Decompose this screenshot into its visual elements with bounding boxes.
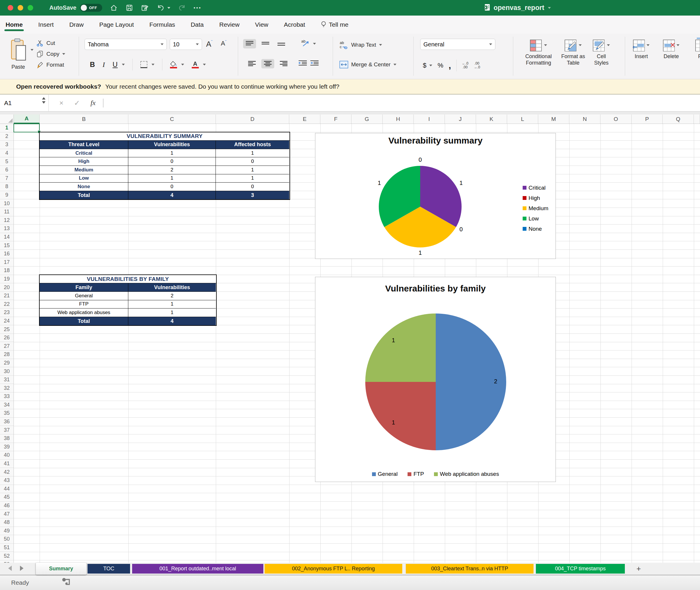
save-icon[interactable] bbox=[125, 4, 133, 12]
row-header-6[interactable]: 6 bbox=[0, 166, 13, 174]
table-total-cell[interactable]: 4 bbox=[128, 317, 216, 325]
legend-item-general[interactable]: General bbox=[372, 471, 398, 478]
delete-cells-button[interactable]: ✕ Delete bbox=[660, 39, 682, 60]
decrease-indent-icon[interactable] bbox=[298, 60, 307, 67]
title-chevron-icon[interactable] bbox=[548, 7, 551, 9]
row-header-51[interactable]: 51 bbox=[0, 544, 13, 552]
table-data-cell[interactable]: 2 bbox=[128, 166, 216, 174]
table-data-cell[interactable]: 1 bbox=[216, 166, 289, 174]
row-header-41[interactable]: 41 bbox=[0, 460, 13, 468]
column-header-A[interactable]: A bbox=[14, 114, 39, 124]
row-header-29[interactable]: 29 bbox=[0, 359, 13, 368]
table-data-cell[interactable]: 1 bbox=[216, 174, 289, 183]
column-header-J[interactable]: J bbox=[445, 114, 476, 123]
recovered-workbooks-banner[interactable]: Open recovered workbooks? Your recent ch… bbox=[0, 79, 700, 95]
table-header-cell[interactable]: Vulnerabilities bbox=[128, 140, 216, 149]
bold-button[interactable]: B bbox=[90, 61, 95, 69]
underline-button[interactable]: U bbox=[112, 61, 117, 69]
fill-color-icon[interactable] bbox=[170, 61, 177, 68]
row-header-33[interactable]: 33 bbox=[0, 392, 13, 401]
prev-sheet-icon[interactable] bbox=[8, 566, 12, 571]
table-total-cell[interactable]: Total bbox=[39, 317, 128, 325]
row-header-12[interactable]: 12 bbox=[0, 216, 13, 225]
row-header-52[interactable]: 52 bbox=[0, 552, 13, 560]
table-data-cell[interactable]: General bbox=[39, 292, 128, 300]
font-color-chevron-icon[interactable] bbox=[203, 64, 206, 66]
redo-icon[interactable] bbox=[178, 4, 186, 12]
comma-format-button[interactable]: , bbox=[449, 61, 451, 71]
row-header-34[interactable]: 34 bbox=[0, 401, 13, 409]
row-header-4[interactable]: 4 bbox=[0, 149, 13, 158]
row-header-19[interactable]: 19 bbox=[0, 275, 13, 284]
legend-item-ftp[interactable]: FTP bbox=[408, 471, 424, 478]
row-header-40[interactable]: 40 bbox=[0, 451, 13, 460]
column-header-P[interactable]: P bbox=[632, 114, 663, 123]
increase-decimal-button[interactable]: ←.0.00 bbox=[462, 62, 468, 69]
next-sheet-icon[interactable] bbox=[20, 566, 23, 571]
row-header-16[interactable]: 16 bbox=[0, 250, 13, 258]
table-data-cell[interactable]: 0 bbox=[216, 183, 289, 191]
minimize-window-button[interactable] bbox=[18, 5, 23, 11]
sheet-tab-summary[interactable]: Summary bbox=[36, 563, 86, 575]
legend-item-web-application-abuses[interactable]: Web application abuses bbox=[434, 471, 499, 478]
table-data-cell[interactable]: High bbox=[39, 157, 128, 166]
undo-icon[interactable] bbox=[157, 4, 165, 12]
ribbon-tab-formulas[interactable]: Formulas bbox=[149, 17, 176, 32]
conditional-formatting-button[interactable]: Conditional Formatting bbox=[519, 39, 558, 66]
home-icon[interactable] bbox=[110, 4, 118, 12]
align-center-button[interactable] bbox=[261, 59, 274, 68]
column-header-C[interactable]: C bbox=[128, 114, 216, 123]
formula-input[interactable] bbox=[103, 95, 700, 111]
legend-item-none[interactable]: None bbox=[523, 224, 548, 234]
align-bottom-button[interactable] bbox=[275, 39, 288, 48]
legend-item-medium[interactable]: Medium bbox=[523, 203, 548, 213]
row-header-9[interactable]: 9 bbox=[0, 191, 13, 200]
legend-item-low[interactable]: Low bbox=[523, 213, 548, 224]
table-data-cell[interactable]: 0 bbox=[128, 157, 216, 166]
row-header-31[interactable]: 31 bbox=[0, 376, 13, 384]
cut-button[interactable]: Cut bbox=[36, 39, 65, 47]
align-middle-button[interactable] bbox=[259, 39, 272, 48]
row-header-28[interactable]: 28 bbox=[0, 351, 13, 359]
row-header-24[interactable]: 24 bbox=[0, 317, 13, 325]
row-header-20[interactable]: 20 bbox=[0, 283, 13, 292]
decrease-font-button[interactable]: Aˇ bbox=[221, 39, 227, 47]
row-header-49[interactable]: 49 bbox=[0, 527, 13, 535]
row-header-45[interactable]: 45 bbox=[0, 493, 13, 502]
row-header-23[interactable]: 23 bbox=[0, 308, 13, 317]
borders-icon[interactable] bbox=[140, 61, 148, 68]
table-data-cell[interactable]: Critical bbox=[39, 149, 128, 158]
table-data-cell[interactable]: Low bbox=[39, 174, 128, 183]
table-data-cell[interactable]: Web application abuses bbox=[39, 308, 128, 317]
row-header-47[interactable]: 47 bbox=[0, 510, 13, 518]
table-header-cell[interactable]: Family bbox=[39, 283, 128, 292]
align-left-button[interactable] bbox=[246, 59, 258, 68]
column-header-B[interactable]: B bbox=[39, 114, 128, 123]
row-header-15[interactable]: 15 bbox=[0, 241, 13, 250]
underline-chevron-icon[interactable] bbox=[122, 64, 125, 66]
table-data-cell[interactable]: Medium bbox=[39, 166, 128, 174]
table-data-cell[interactable]: 0 bbox=[128, 183, 216, 191]
row-header-30[interactable]: 30 bbox=[0, 367, 13, 376]
ribbon-tab-home[interactable]: Home bbox=[5, 17, 23, 32]
row-header-50[interactable]: 50 bbox=[0, 535, 13, 544]
row-header-43[interactable]: 43 bbox=[0, 476, 13, 485]
row-header-14[interactable]: 14 bbox=[0, 233, 13, 241]
row-header-1[interactable]: 1 bbox=[0, 124, 13, 132]
insert-function-icon[interactable]: fx bbox=[90, 99, 95, 107]
font-size-select[interactable]: 10 bbox=[170, 39, 202, 50]
currency-format-button[interactable]: $ bbox=[423, 62, 426, 69]
pie-slice-ftp[interactable] bbox=[365, 382, 436, 450]
table-data-cell[interactable]: None bbox=[39, 183, 128, 191]
row-header-44[interactable]: 44 bbox=[0, 485, 13, 493]
row-header-25[interactable]: 25 bbox=[0, 325, 13, 334]
table-data-cell[interactable]: 1 bbox=[128, 308, 216, 317]
format-cells-button[interactable]: Fo bbox=[690, 39, 700, 60]
row-header-38[interactable]: 38 bbox=[0, 434, 13, 443]
align-right-button[interactable] bbox=[277, 59, 290, 68]
document-title[interactable]: openvas_report bbox=[494, 4, 544, 12]
column-header-M[interactable]: M bbox=[538, 114, 570, 123]
orientation-icon[interactable]: ab bbox=[301, 39, 310, 48]
table-title[interactable]: VULNERABILITIES BY FAMILY bbox=[39, 275, 216, 284]
column-header-K[interactable]: K bbox=[476, 114, 507, 123]
